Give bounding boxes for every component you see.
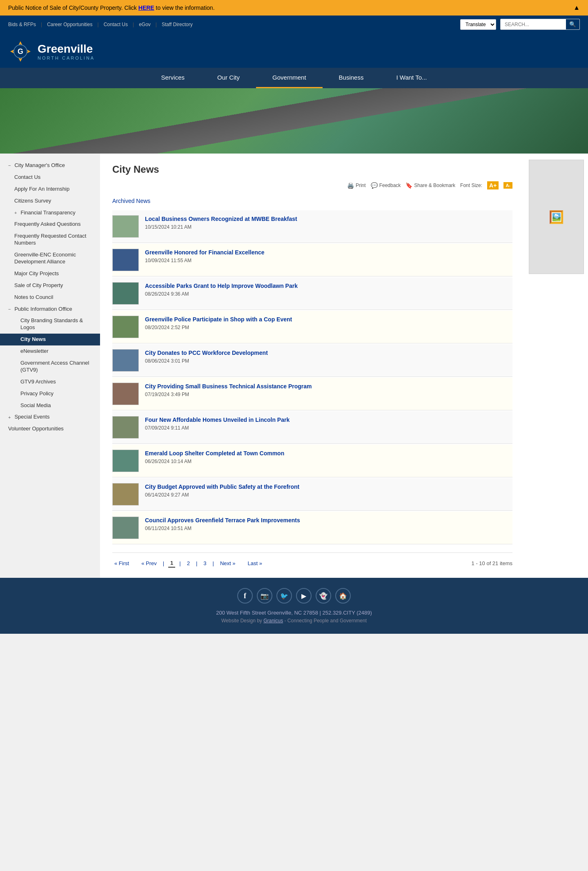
- contact-link[interactable]: Contact Us: [104, 22, 128, 27]
- state-name: NORTH CAROLINA: [38, 56, 95, 60]
- news-item: Four New Affordable Homes Unveiled in Li…: [112, 411, 512, 444]
- sidebar-item-financial-transparency[interactable]: + Financial Transparency: [0, 207, 100, 219]
- bids-rfps-link[interactable]: Bids & RFPs: [8, 22, 36, 27]
- nav-i-want-to[interactable]: I Want To...: [380, 68, 443, 88]
- right-sidebar: 🖼️: [525, 154, 588, 578]
- news-title[interactable]: Greenville Honored for Financial Excelle…: [145, 249, 512, 256]
- alert-link[interactable]: HERE: [138, 4, 154, 11]
- alert-close-icon[interactable]: ▲: [573, 4, 580, 11]
- pagination: « First « Prev | 1 | 2 | 3 | Next » Last…: [112, 552, 512, 568]
- sidebar-toggle-icon: −: [8, 163, 11, 168]
- pagination-prev[interactable]: « Prev: [139, 559, 159, 567]
- news-title[interactable]: Greenville Police Participate in Shop wi…: [145, 316, 512, 323]
- city-logo-icon: G: [8, 39, 33, 64]
- logo-area[interactable]: G Greenville NORTH CAROLINA: [8, 39, 95, 64]
- sidebar-item-apply-internship[interactable]: Apply For An Internship: [0, 183, 100, 195]
- pagination-links: « First « Prev | 1 | 2 | 3 | Next » Last…: [112, 559, 264, 568]
- pagination-page-3[interactable]: 3: [201, 559, 208, 567]
- print-link[interactable]: 🖨️ Print: [347, 182, 366, 189]
- sidebar-item-contact-us[interactable]: Contact Us: [0, 172, 100, 183]
- font-size-label: Font Size:: [460, 183, 482, 188]
- egov-link[interactable]: eGov: [139, 22, 151, 27]
- news-title[interactable]: City Providing Small Business Technical …: [145, 383, 512, 390]
- news-title[interactable]: Accessible Parks Grant to Help Improve W…: [145, 282, 512, 290]
- news-item: Local Business Owners Recognized at MWBE…: [112, 210, 512, 243]
- news-date: 06/26/2024 10:14 AM: [145, 459, 512, 464]
- news-title[interactable]: City Budget Approved with Public Safety …: [145, 483, 512, 490]
- archived-news-link[interactable]: Archived News: [112, 198, 512, 204]
- sidebar-item-enewsletter[interactable]: eNewsletter: [0, 345, 100, 357]
- sidebar-item-special-events[interactable]: + Special Events: [0, 411, 100, 423]
- sidebar-item-sale-property[interactable]: Sale of City Property: [0, 280, 100, 292]
- news-item: Accessible Parks Grant to Help Improve W…: [112, 277, 512, 310]
- footer-credit: Website Design by Granicus - Connecting …: [8, 618, 580, 624]
- news-thumbnail: [112, 316, 139, 338]
- career-link[interactable]: Career Opportunities: [47, 22, 92, 27]
- news-date: 08/26/2024 9:36 AM: [145, 291, 512, 297]
- sidebar-item-public-info-office[interactable]: − Public Information Office: [0, 303, 100, 315]
- news-date: 07/09/2024 9:11 AM: [145, 425, 512, 431]
- news-date: 10/09/2024 11:55 AM: [145, 258, 512, 263]
- translate-select[interactable]: Translate: [460, 19, 496, 30]
- news-info: Local Business Owners Recognized at MWBE…: [145, 215, 512, 238]
- sidebar-item-enc-alliance[interactable]: Greenville-ENC Economic Development Alli…: [0, 249, 100, 268]
- news-info: City Providing Small Business Technical …: [145, 383, 512, 405]
- nav-business[interactable]: Business: [323, 68, 380, 88]
- news-thumbnail: [112, 215, 139, 238]
- sidebar-expand-icon: +: [14, 210, 17, 216]
- search-input[interactable]: [501, 20, 566, 29]
- sidebar-item-contact-numbers[interactable]: Frequently Requested Contact Numbers: [0, 230, 100, 249]
- city-name: Greenville: [38, 42, 95, 56]
- news-item: Greenville Honored for Financial Excelle…: [112, 244, 512, 276]
- broken-image-icon: 🖼️: [549, 210, 564, 224]
- sidebar-item-social-media[interactable]: Social Media: [0, 400, 100, 412]
- news-title[interactable]: Four New Affordable Homes Unveiled in Li…: [145, 416, 512, 423]
- share-bookmark-link[interactable]: 🔖 Share & Bookmark: [405, 182, 455, 189]
- youtube-icon[interactable]: ▶: [296, 588, 312, 604]
- sidebar-item-privacy-policy[interactable]: Privacy Policy: [0, 388, 100, 400]
- feedback-link[interactable]: 💬 Feedback: [371, 182, 401, 189]
- news-title[interactable]: Local Business Owners Recognized at MWBE…: [145, 215, 512, 223]
- search-button[interactable]: 🔍: [566, 19, 579, 29]
- sidebar-item-city-news[interactable]: City News: [0, 334, 100, 345]
- pagination-last[interactable]: Last »: [246, 559, 264, 567]
- sidebar-item-faq[interactable]: Frequently Asked Questions: [0, 218, 100, 230]
- news-date: 08/20/2024 2:52 PM: [145, 325, 512, 330]
- staff-directory-link[interactable]: Staff Directory: [162, 22, 193, 27]
- sidebar-item-gtv9[interactable]: Government Access Channel (GTV9): [0, 357, 100, 376]
- news-title[interactable]: Emerald Loop Shelter Completed at Town C…: [145, 450, 512, 457]
- snapchat-icon[interactable]: 👻: [316, 588, 331, 604]
- sidebar-item-notes-council[interactable]: Notes to Council: [0, 292, 100, 303]
- pagination-page-2[interactable]: 2: [185, 559, 192, 567]
- font-decrease-button[interactable]: A-: [503, 182, 512, 189]
- sidebar-item-gtv9-archives[interactable]: GTV9 Archives: [0, 376, 100, 388]
- header: G Greenville NORTH CAROLINA: [0, 33, 588, 68]
- news-title[interactable]: Council Approves Greenfield Terrace Park…: [145, 517, 512, 524]
- granicus-link[interactable]: Granicus: [263, 618, 283, 624]
- sidebar: − City Manager's Office Contact Us Apply…: [0, 154, 100, 578]
- pagination-first[interactable]: « First: [112, 559, 131, 567]
- actions-bar: 🖨️ Print 💬 Feedback 🔖 Share & Bookmark F…: [112, 181, 512, 189]
- twitter-icon[interactable]: 🐦: [276, 588, 292, 604]
- pagination-page-1[interactable]: 1: [168, 559, 175, 568]
- sidebar-item-city-managers-office[interactable]: − City Manager's Office: [0, 160, 100, 172]
- footer: f 📷 🐦 ▶ 👻 🏠 200 West Fifth Street Greenv…: [0, 578, 588, 634]
- nav-services[interactable]: Services: [145, 68, 201, 88]
- nav-our-city[interactable]: Our City: [201, 68, 256, 88]
- sidebar-item-major-projects[interactable]: Major City Projects: [0, 268, 100, 280]
- facebook-icon[interactable]: f: [237, 588, 253, 604]
- sidebar-item-branding[interactable]: City Branding Standards & Logos: [0, 315, 100, 334]
- sidebar-item-citizens-survey[interactable]: Citizens Survey: [0, 195, 100, 207]
- page-title: City News: [112, 164, 512, 175]
- alert-text: Public Notice of Sale of City/County Pro…: [8, 4, 215, 11]
- sidebar-item-volunteer[interactable]: Volunteer Opportunities: [0, 423, 100, 435]
- other-social-icon[interactable]: 🏠: [335, 588, 351, 604]
- news-item: Council Approves Greenfield Terrace Park…: [112, 512, 512, 544]
- font-increase-button[interactable]: A+: [487, 181, 499, 189]
- main-nav: Services Our City Government Business I …: [0, 68, 588, 88]
- nav-government[interactable]: Government: [256, 68, 323, 88]
- news-item: Greenville Police Participate in Shop wi…: [112, 311, 512, 343]
- pagination-next[interactable]: Next »: [218, 559, 238, 567]
- news-title[interactable]: City Donates to PCC Workforce Developmen…: [145, 349, 512, 356]
- instagram-icon[interactable]: 📷: [257, 588, 272, 604]
